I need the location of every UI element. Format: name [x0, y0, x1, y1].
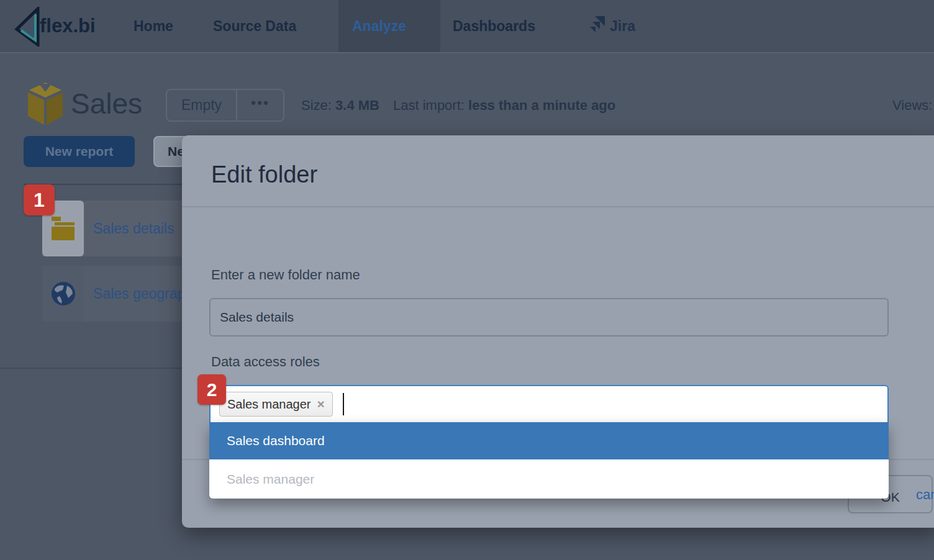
empty-button[interactable]: Empty [167, 90, 237, 120]
globe-icon [51, 281, 76, 306]
nav-item-jira[interactable]: Jira [610, 0, 635, 52]
nav-item-source-data[interactable]: Source Data [213, 0, 296, 52]
nav-item-home[interactable]: Home [134, 0, 173, 52]
dropdown-option-sales-manager[interactable]: Sales manager [209, 459, 889, 499]
cube-actions-group: Empty ••• [166, 89, 284, 122]
text-caret [343, 393, 344, 415]
modal-title: Edit folder [211, 161, 317, 188]
views-label: Views: [892, 89, 932, 122]
more-options-button[interactable]: ••• [237, 90, 283, 120]
jira-icon [586, 16, 606, 36]
role-chip-sales-manager[interactable]: Sales manager × [219, 392, 333, 417]
folder-name-label: Enter a new folder name [211, 267, 360, 283]
folder-name-input[interactable]: Sales details [209, 298, 889, 336]
cube-icon [25, 82, 66, 125]
dropdown-option-sales-dashboard[interactable]: Sales dashboard [209, 422, 889, 459]
edit-folder-modal: Edit folder Enter a new folder name Sale… [182, 135, 934, 528]
size-label: Size: [301, 97, 332, 113]
top-nav: flex.bi Home Source Data Analyze Dashboa… [0, 0, 934, 53]
data-access-roles-label: Data access roles [211, 354, 320, 370]
roles-dropdown: Sales dashboard Sales manager [209, 422, 889, 499]
annotation-badge-2: 2 [197, 374, 226, 405]
chip-remove-icon[interactable]: × [317, 397, 325, 412]
brand-flexbi[interactable]: flex.bi [40, 0, 96, 52]
role-chip-label: Sales manager [227, 397, 311, 412]
new-report-button[interactable]: New report [24, 136, 135, 167]
last-import-value: less than a minute ago [468, 97, 615, 113]
flexbi-logo-icon[interactable] [13, 7, 40, 47]
nav-item-dashboards[interactable]: Dashboards [453, 0, 535, 52]
last-import-label: Last import: [393, 97, 465, 113]
annotation-badge-1: 1 [24, 184, 55, 215]
nav-item-analyze-active-cell[interactable]: Analyze [338, 0, 440, 52]
list-item-label[interactable]: Sales details [93, 220, 174, 237]
modal-header-divider [182, 206, 934, 207]
nav-item-analyze[interactable]: Analyze [352, 0, 406, 52]
app-root: flex.bi Home Source Data Analyze Dashboa… [0, 0, 934, 560]
globe-icon-tile[interactable] [42, 266, 84, 322]
cube-meta: Size: 3.4 MBLast import: less than a min… [301, 89, 615, 122]
roles-select-input[interactable]: Sales manager × [209, 385, 889, 423]
size-value: 3.4 MB [335, 97, 379, 113]
cancel-link[interactable]: cancel [916, 487, 934, 503]
page-title: Sales [71, 87, 142, 120]
folder-icon [51, 217, 76, 240]
